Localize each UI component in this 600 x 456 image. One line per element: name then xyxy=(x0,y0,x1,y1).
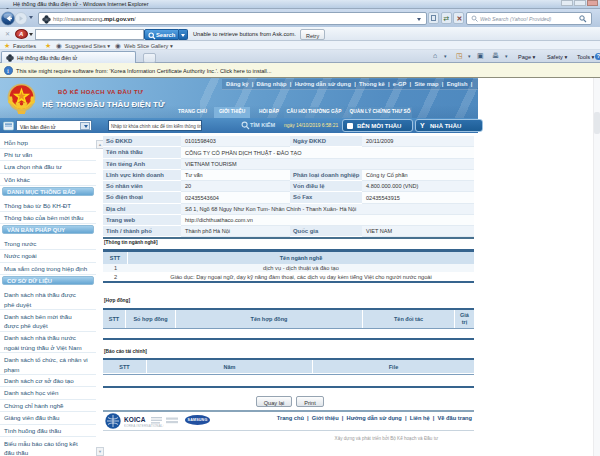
svg-text:i: i xyxy=(7,67,9,75)
